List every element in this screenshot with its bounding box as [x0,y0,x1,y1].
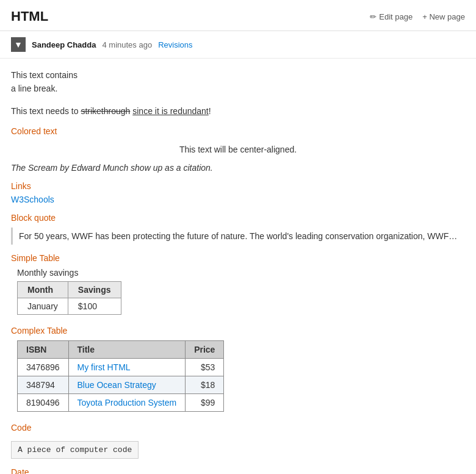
page-content: This text contains a line break. This te… [0,59,476,474]
centered-text: This text will be center-aligned. [11,145,465,154]
cell-price-2: $18 [186,376,224,394]
cell-isbn-1: 3476896 [18,359,69,376]
new-page-button[interactable]: + New page [422,12,465,21]
blockquote: For 50 years, WWF has been protecting th… [11,228,465,245]
cell-price-3: $99 [186,394,224,412]
cell-price-1: $53 [186,359,224,376]
date-heading: Date [11,467,465,474]
col-price: Price [186,341,224,359]
links-heading: Links [11,181,465,191]
edit-page-button[interactable]: ✏ Edit page [370,12,413,21]
cell-100: $100 [68,298,121,315]
page-header: HTML ✏ Edit page + New page [0,0,476,31]
strikethrough-end: ! [209,106,211,116]
strikethrough-paragraph: This text needs to strikethrough since i… [11,104,465,118]
table-row: January $100 [18,298,121,315]
line-break-paragraph: This text contains a line break. [11,68,465,96]
page-title: HTML [11,9,48,24]
col-savings: Savings [68,282,121,298]
w3schools-link[interactable]: W3Schools [11,195,465,204]
table-header-row: Month Savings [18,282,121,298]
author-name: Sandeep Chadda [32,40,96,49]
line-break-text-1: This text contains [11,70,78,80]
code-heading: Code [11,423,465,433]
strikethrough-underline: since it is redundant [132,106,209,116]
complex-header-row: ISBN Title Price [18,341,224,359]
strikethrough-word: strikethrough [81,106,130,116]
blockquote-heading: Block quote [11,213,465,223]
avatar-icon: ▼ [14,40,23,49]
code-block: A piece of computer code [11,441,139,459]
table-row: 3476896 My first HTML $53 [18,359,224,376]
complex-table-heading: Complex Table [11,326,465,336]
complex-table-section: ISBN Title Price 3476896 My first HTML $… [11,340,465,412]
avatar: ▼ [11,37,26,52]
edit-icon: ✏ [370,12,377,21]
citation-title: The Scream [11,163,57,173]
strikethrough-prefix: This text needs to [11,106,81,116]
col-title: Title [68,341,186,359]
citation-paragraph: The Scream by Edward Munch show up as a … [11,163,465,173]
col-isbn: ISBN [18,341,69,359]
cell-isbn-2: 348794 [18,376,69,394]
col-month: Month [18,282,68,298]
simple-table-section: Monthly savings Month Savings January $1… [11,268,465,315]
header-actions: ✏ Edit page + New page [370,12,465,21]
citation-suffix: by Edward Munch show up as a citation. [57,163,212,173]
cell-title-1: My first HTML [68,359,186,376]
edit-page-label: Edit page [379,12,413,21]
colored-text: Colored text [11,126,465,136]
meta-time: 4 minutes ago [102,40,152,49]
cell-title-3: Toyota Production System [68,394,186,412]
code-section: Code A piece of computer code [11,423,465,459]
cell-title-2: Blue Ocean Strategy [68,376,186,394]
meta-bar: ▼ Sandeep Chadda 4 minutes ago Revisions [0,31,476,59]
revisions-link[interactable]: Revisions [158,40,192,49]
simple-table-caption: Monthly savings [17,268,465,278]
complex-table: ISBN Title Price 3476896 My first HTML $… [17,340,224,412]
cell-january: January [18,298,68,315]
table-row: 8190496 Toyota Production System $99 [18,394,224,412]
line-break-text-2: a line break. [11,84,57,93]
simple-table: Month Savings January $100 [17,281,121,315]
table-row: 348794 Blue Ocean Strategy $18 [18,376,224,394]
simple-table-heading: Simple Table [11,253,465,263]
new-page-label: + New page [422,12,465,21]
cell-isbn-3: 8190496 [18,394,69,412]
